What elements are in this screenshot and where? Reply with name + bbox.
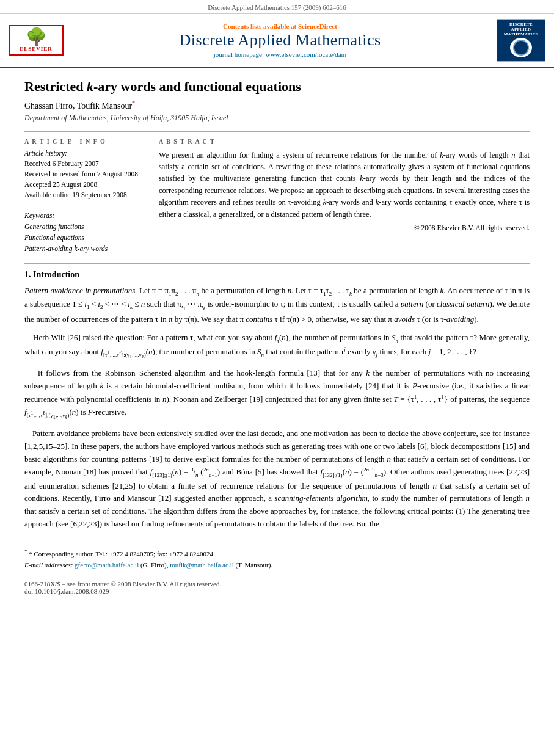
doi-line: doi:10.1016/j.dam.2008.08.029	[24, 587, 530, 595]
received-date: Received 6 February 2007	[24, 159, 147, 169]
section-1-heading: 1. Introduction	[24, 270, 530, 280]
email-1-name: (G. Firro),	[140, 561, 169, 569]
intro-para-3: It follows from the Robinson–Schensted a…	[24, 367, 530, 421]
top-bar: Discrete Applied Mathematics 157 (2009) …	[0, 0, 554, 14]
keywords-label: Keywords:	[24, 212, 147, 219]
cover-title-text: DISCRETEAPPLIEDMATHEMATICS	[500, 22, 542, 37]
keyword-1: Generating functions	[24, 221, 147, 232]
bottom-info: 0166-218X/$ – see front matter © 2008 El…	[24, 576, 530, 595]
elsevier-logo: 🌳 Article Info ELSEVIER	[9, 25, 64, 56]
article-history-label: Article history:	[24, 150, 147, 157]
sciencedirect-name[interactable]: ScienceDirect	[298, 23, 337, 30]
article-title: Restricted k-ary words and functional eq…	[24, 79, 530, 95]
article-meta-section: A R T I C L E I N F O Article history: R…	[24, 138, 530, 255]
issn-line: 0166-218X/$ – see front matter © 2008 El…	[24, 580, 530, 587]
journal-center: Contents lists available at ScienceDirec…	[70, 23, 490, 58]
keyword-3: Pattern-avoiding k-ary words	[24, 243, 147, 254]
authors-text: Ghassan Firro, Toufik Mansour*	[24, 101, 135, 111]
accepted-date: Accepted 25 August 2008	[24, 180, 147, 190]
intro-para-1: Pattern avoidance in permutations. Let π…	[24, 285, 530, 326]
elsevier-tree-icon: 🌳	[13, 29, 59, 46]
main-content: Restricted k-ary words and functional eq…	[0, 68, 554, 607]
abstract-column: A B S T R A C T We present an algorithm …	[159, 138, 530, 255]
divider-1	[24, 131, 530, 132]
email-2[interactable]: toufik@math.haifa.ac.il	[170, 561, 234, 569]
journal-header: 🌳 Article Info ELSEVIER Contents lists a…	[0, 14, 554, 68]
available-date: Available online 19 September 2008	[24, 190, 147, 200]
journal-homepage: journal homepage: www.elsevier.com/locat…	[70, 51, 490, 58]
footnote-star: * * Corresponding author. Tel.: +972 4 8…	[24, 547, 530, 559]
divider-2	[24, 263, 530, 264]
footnote-area: * * Corresponding author. Tel.: +972 4 8…	[24, 543, 530, 571]
copyright-notice: © 2008 Elsevier B.V. All rights reserved…	[159, 224, 530, 231]
article-info-label: A R T I C L E I N F O	[24, 138, 147, 145]
journal-cover: DISCRETEAPPLIEDMATHEMATICS	[497, 19, 545, 62]
article-info-column: A R T I C L E I N F O Article history: R…	[24, 138, 147, 255]
journal-homepage-url[interactable]: www.elsevier.com/locate/dam	[266, 51, 346, 58]
revised-date: Received in revised form 7 August 2008	[24, 169, 147, 180]
affiliation: Department of Mathematics, University of…	[24, 114, 530, 123]
footnote-email: E-mail addresses: gferro@math.haifa.ac.i…	[24, 559, 530, 571]
authors-line: Ghassan Firro, Toufik Mansour*	[24, 100, 530, 111]
journal-citation: Discrete Applied Mathematics 157 (2009) …	[208, 4, 346, 11]
sciencedirect-link: Contents lists available at ScienceDirec…	[70, 23, 490, 30]
abstract-text: We present an algorithm for finding a sy…	[159, 150, 530, 220]
journal-title-display: Discrete Applied Mathematics	[70, 31, 490, 49]
email-1[interactable]: gferro@math.haifa.ac.il	[75, 561, 139, 569]
intro-para-2: Herb Wilf [26] raised the question: For …	[24, 332, 530, 361]
elsevier-label: ELSEVIER	[13, 46, 59, 52]
intro-para-4: Pattern avoidance problems have been ext…	[24, 427, 530, 531]
email-2-name: (T. Mansour).	[236, 561, 273, 569]
abstract-label: A B S T R A C T	[159, 138, 530, 145]
keyword-2: Functional equations	[24, 232, 147, 243]
